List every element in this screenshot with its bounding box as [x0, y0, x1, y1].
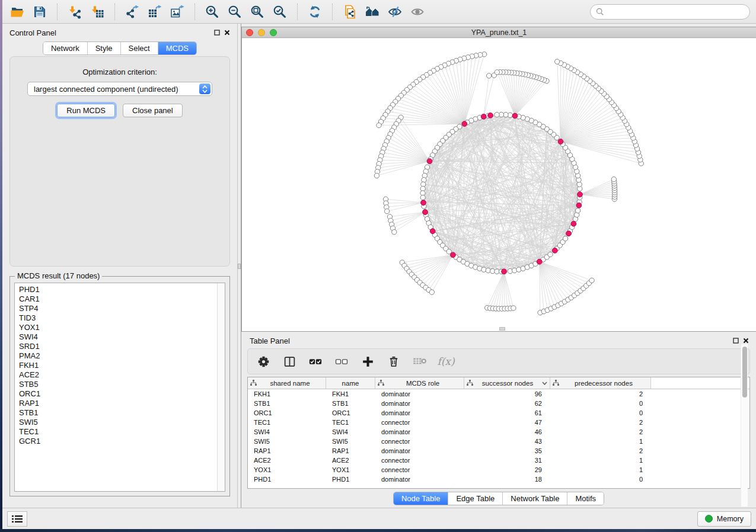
panel-splitter[interactable] [237, 24, 241, 508]
table-row[interactable]: SWI5SWI5connector431 [248, 437, 749, 446]
tab-mcds[interactable]: MCDS [158, 42, 196, 55]
new-network-from-selection-icon[interactable] [341, 3, 359, 21]
tab-select[interactable]: Select [121, 42, 158, 55]
open-icon[interactable] [8, 3, 26, 21]
column-header-shared-name[interactable]: shared name [248, 377, 326, 389]
network-leaf-nodes[interactable] [374, 52, 643, 315]
task-history-button[interactable] [7, 511, 27, 527]
toolbar-separator [57, 4, 58, 20]
mcds-result-title: MCDS result (17 nodes) [15, 271, 102, 280]
mcds-result-item[interactable]: ORC1 [19, 389, 225, 399]
mcds-result-item[interactable]: SWI4 [19, 332, 225, 342]
import-table-icon[interactable] [88, 3, 106, 21]
mcds-result-item[interactable]: TEC1 [19, 427, 225, 437]
save-icon[interactable] [31, 3, 49, 21]
table-row[interactable]: ORC1ORC1dominator610 [248, 408, 749, 418]
zoom-fit-icon[interactable] [248, 3, 266, 21]
mcds-result-item[interactable]: SWI5 [19, 418, 225, 427]
zoom-in-icon[interactable] [203, 3, 221, 21]
tab-style[interactable]: Style [88, 42, 121, 55]
table-row[interactable]: PHD1PHD1dominator180 [248, 475, 749, 484]
mcds-result-item[interactable]: PHD1 [19, 285, 225, 294]
add-row-icon[interactable] [361, 354, 375, 368]
mcds-result-item[interactable]: SRD1 [19, 342, 225, 351]
table-settings-icon[interactable] [256, 354, 270, 368]
table-scrollbar-thumb[interactable] [742, 347, 747, 398]
mcds-result-item[interactable]: GCR1 [19, 437, 225, 446]
table-row[interactable]: YOX1YOX1connector291 [248, 465, 749, 475]
deselect-all-icon[interactable] [334, 354, 349, 368]
mcds-result-list[interactable]: PHD1CAR1STP4TID3YOX1SWI4SRD1PMA2FKH1ACE2… [14, 283, 225, 492]
column-header-predecessor-nodes[interactable]: predecessor nodes [550, 377, 651, 389]
refresh-icon[interactable] [306, 3, 324, 21]
search-input[interactable] [608, 8, 744, 16]
table-cell: 35 [464, 447, 550, 454]
mcds-tab-pane: Optimization criterion: largest connecte… [9, 56, 230, 267]
table-cell: RAP1 [248, 447, 326, 454]
mcds-result-item[interactable]: RAP1 [19, 399, 225, 408]
column-header-MCDS-role[interactable]: MCDS role [375, 377, 464, 389]
close-panel-icon[interactable] [743, 338, 749, 344]
table-tab-network-table[interactable]: Network Table [503, 492, 567, 505]
tab-network[interactable]: Network [43, 42, 88, 55]
splitter-grip[interactable] [238, 264, 241, 269]
table-body: FKH1FKH1dominator962STB1STB1dominator620… [248, 389, 749, 484]
delete-icon[interactable] [387, 354, 401, 368]
mcds-list-scrollbar[interactable] [217, 283, 225, 491]
network-graph[interactable] [242, 39, 756, 331]
table-cell: ACE2 [248, 457, 326, 464]
show-all-icon[interactable] [409, 3, 426, 21]
network-splitter-grip[interactable] [499, 327, 505, 331]
close-panel-icon[interactable] [224, 30, 230, 36]
zoom-out-icon[interactable] [226, 3, 244, 21]
search-field-container [590, 4, 750, 20]
table-row[interactable]: TEC1TEC1connector472 [248, 418, 749, 427]
table-cell: connector [375, 419, 464, 426]
zoom-selected-icon[interactable] [271, 3, 289, 21]
table-panel-title: Table Panel [250, 336, 290, 345]
table-cell: 1 [550, 438, 651, 445]
mcds-result-item[interactable]: STP4 [19, 304, 225, 313]
table-tab-motifs[interactable]: Motifs [567, 492, 604, 505]
table-cell: ORC1 [248, 409, 326, 416]
network-canvas[interactable] [242, 39, 756, 331]
split-view-icon[interactable] [282, 354, 296, 368]
optimization-criterion-select[interactable]: largest connected component (undirected) [27, 82, 212, 96]
function-builder-icon[interactable]: f(x) [439, 354, 453, 368]
mcds-result-item[interactable]: FKH1 [19, 361, 225, 370]
column-header-name[interactable]: name [326, 377, 375, 389]
import-network-icon[interactable] [66, 3, 84, 21]
memory-button[interactable]: Memory [697, 511, 751, 527]
delete-table-icon[interactable] [413, 354, 427, 368]
mcds-result-item[interactable]: YOX1 [19, 323, 225, 332]
mcds-result-item[interactable]: CAR1 [19, 294, 225, 304]
mcds-result-item[interactable]: TID3 [19, 313, 225, 323]
mcds-result-item[interactable]: STB1 [19, 408, 225, 418]
table-row[interactable]: SWI4SWI4dominator462 [248, 427, 749, 437]
export-image-icon[interactable] [168, 3, 186, 21]
table-row[interactable]: FKH1FKH1dominator962 [248, 389, 749, 399]
float-panel-icon[interactable] [733, 338, 739, 344]
mcds-result-group: MCDS result (17 nodes) PHD1CAR1STP4TID3Y… [9, 276, 230, 496]
first-neighbors-icon[interactable] [363, 3, 381, 21]
mcds-result-item[interactable]: PMA2 [19, 351, 225, 361]
table-cell: 0 [550, 409, 651, 416]
table-cell: 43 [464, 438, 550, 445]
table-cell: 1 [550, 457, 651, 464]
run-mcds-button[interactable]: Run MCDS [57, 104, 115, 117]
table-tab-edge-table[interactable]: Edge Table [448, 492, 503, 505]
column-header-successor-nodes[interactable]: successor nodes [464, 377, 550, 389]
export-network-icon[interactable] [123, 3, 141, 21]
table-row[interactable]: RAP1RAP1dominator352 [248, 446, 749, 456]
table-scrollbar[interactable] [741, 344, 748, 507]
close-panel-button[interactable]: Close panel [123, 104, 183, 117]
export-table-icon[interactable] [146, 3, 164, 21]
table-row[interactable]: STB1STB1dominator620 [248, 399, 749, 408]
table-tab-node-table[interactable]: Node Table [394, 492, 449, 505]
table-row[interactable]: ACE2ACE2connector311 [248, 456, 749, 465]
float-panel-icon[interactable] [214, 30, 220, 36]
mcds-result-item[interactable]: ACE2 [19, 370, 225, 380]
hide-selected-icon[interactable] [386, 3, 404, 21]
select-all-icon[interactable] [308, 354, 323, 368]
mcds-result-item[interactable]: STB5 [19, 380, 225, 389]
